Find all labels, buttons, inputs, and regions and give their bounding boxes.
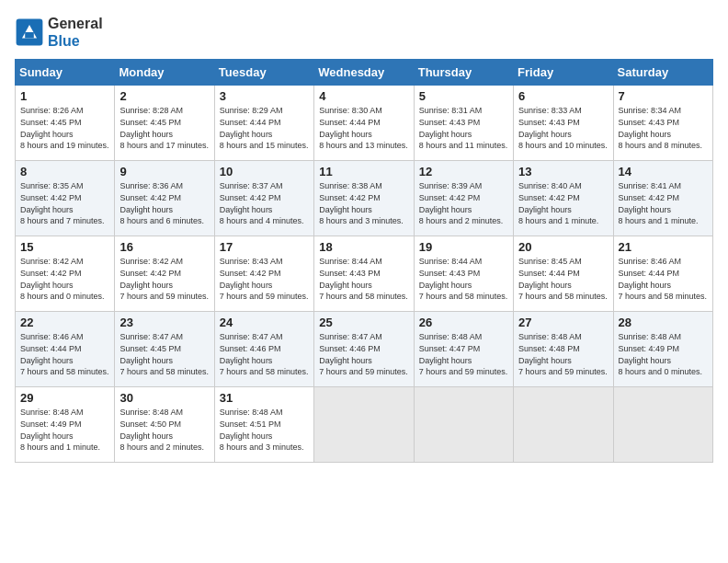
calendar-table: SundayMondayTuesdayWednesdayThursdayFrid… bbox=[15, 59, 713, 463]
calendar-cell: 27Sunrise: 8:48 AMSunset: 4:48 PMDayligh… bbox=[514, 312, 613, 387]
day-info: Sunrise: 8:38 AMSunset: 4:42 PMDaylight … bbox=[319, 180, 408, 226]
day-info: Sunrise: 8:37 AMSunset: 4:42 PMDaylight … bbox=[220, 180, 309, 226]
calendar-cell: 9Sunrise: 8:36 AMSunset: 4:42 PMDaylight… bbox=[115, 161, 214, 236]
day-info: Sunrise: 8:48 AMSunset: 4:48 PMDaylight … bbox=[518, 331, 608, 377]
day-number: 16 bbox=[119, 240, 209, 254]
calendar-cell: 5Sunrise: 8:31 AMSunset: 4:43 PMDaylight… bbox=[414, 86, 513, 161]
calendar-cell: 26Sunrise: 8:48 AMSunset: 4:47 PMDayligh… bbox=[414, 312, 513, 387]
calendar-cell: 13Sunrise: 8:40 AMSunset: 4:42 PMDayligh… bbox=[514, 161, 613, 236]
calendar-cell bbox=[314, 387, 414, 463]
weekday-header-cell: Friday bbox=[514, 60, 613, 86]
calendar-cell: 16Sunrise: 8:42 AMSunset: 4:42 PMDayligh… bbox=[115, 236, 214, 312]
calendar-cell: 18Sunrise: 8:44 AMSunset: 4:43 PMDayligh… bbox=[314, 236, 414, 312]
logo-text: General Blue bbox=[48, 15, 103, 50]
day-number: 14 bbox=[619, 165, 708, 178]
day-info: Sunrise: 8:44 AMSunset: 4:43 PMDaylight … bbox=[319, 256, 408, 302]
day-number: 25 bbox=[319, 316, 408, 329]
calendar-cell: 28Sunrise: 8:48 AMSunset: 4:49 PMDayligh… bbox=[613, 312, 712, 387]
day-info: Sunrise: 8:47 AMSunset: 4:46 PMDaylight … bbox=[319, 331, 408, 377]
weekday-header-cell: Sunday bbox=[16, 60, 115, 86]
day-number: 7 bbox=[619, 89, 708, 103]
calendar-cell: 8Sunrise: 8:35 AMSunset: 4:42 PMDaylight… bbox=[16, 161, 115, 236]
logo-icon bbox=[15, 17, 44, 47]
day-info: Sunrise: 8:48 AMSunset: 4:49 PMDaylight … bbox=[619, 331, 708, 377]
calendar-cell: 6Sunrise: 8:33 AMSunset: 4:43 PMDaylight… bbox=[514, 86, 613, 161]
day-number: 6 bbox=[518, 89, 608, 103]
calendar-cell: 24Sunrise: 8:47 AMSunset: 4:46 PMDayligh… bbox=[214, 312, 313, 387]
day-info: Sunrise: 8:29 AMSunset: 4:44 PMDaylight … bbox=[220, 105, 309, 151]
day-info: Sunrise: 8:44 AMSunset: 4:43 PMDaylight … bbox=[419, 256, 508, 302]
calendar-week-row: 1Sunrise: 8:26 AMSunset: 4:45 PMDaylight… bbox=[16, 86, 713, 161]
day-info: Sunrise: 8:31 AMSunset: 4:43 PMDaylight … bbox=[419, 105, 508, 151]
weekday-header-cell: Saturday bbox=[613, 60, 712, 86]
calendar-cell: 2Sunrise: 8:28 AMSunset: 4:45 PMDaylight… bbox=[115, 86, 214, 161]
day-number: 5 bbox=[419, 89, 508, 103]
logo: General Blue bbox=[15, 15, 103, 50]
day-number: 19 bbox=[419, 240, 508, 254]
calendar-cell: 17Sunrise: 8:43 AMSunset: 4:42 PMDayligh… bbox=[214, 236, 313, 312]
calendar-cell bbox=[613, 387, 712, 463]
calendar-cell: 7Sunrise: 8:34 AMSunset: 4:43 PMDaylight… bbox=[613, 86, 712, 161]
day-info: Sunrise: 8:46 AMSunset: 4:44 PMDaylight … bbox=[619, 256, 708, 302]
weekday-header-cell: Tuesday bbox=[214, 60, 313, 86]
weekday-header-row: SundayMondayTuesdayWednesdayThursdayFrid… bbox=[16, 60, 713, 86]
svg-rect-2 bbox=[25, 32, 34, 38]
day-info: Sunrise: 8:42 AMSunset: 4:42 PMDaylight … bbox=[119, 256, 209, 302]
calendar-page: General Blue SundayMondayTuesdayWednesda… bbox=[0, 0, 728, 563]
calendar-cell: 4Sunrise: 8:30 AMSunset: 4:44 PMDaylight… bbox=[314, 86, 414, 161]
calendar-cell: 19Sunrise: 8:44 AMSunset: 4:43 PMDayligh… bbox=[414, 236, 513, 312]
calendar-week-row: 22Sunrise: 8:46 AMSunset: 4:44 PMDayligh… bbox=[16, 312, 713, 387]
calendar-cell: 29Sunrise: 8:48 AMSunset: 4:49 PMDayligh… bbox=[16, 387, 115, 463]
calendar-cell: 20Sunrise: 8:45 AMSunset: 4:44 PMDayligh… bbox=[514, 236, 613, 312]
day-number: 23 bbox=[119, 316, 209, 329]
weekday-header-cell: Wednesday bbox=[314, 60, 414, 86]
day-info: Sunrise: 8:48 AMSunset: 4:51 PMDaylight … bbox=[220, 407, 309, 453]
calendar-cell: 10Sunrise: 8:37 AMSunset: 4:42 PMDayligh… bbox=[214, 161, 313, 236]
day-number: 21 bbox=[619, 240, 708, 254]
day-number: 20 bbox=[518, 240, 608, 254]
calendar-cell: 23Sunrise: 8:47 AMSunset: 4:45 PMDayligh… bbox=[115, 312, 214, 387]
calendar-week-row: 8Sunrise: 8:35 AMSunset: 4:42 PMDaylight… bbox=[16, 161, 713, 236]
calendar-cell: 3Sunrise: 8:29 AMSunset: 4:44 PMDaylight… bbox=[214, 86, 313, 161]
day-number: 10 bbox=[220, 165, 309, 178]
day-number: 1 bbox=[20, 89, 109, 103]
calendar-cell: 31Sunrise: 8:48 AMSunset: 4:51 PMDayligh… bbox=[214, 387, 313, 463]
day-info: Sunrise: 8:48 AMSunset: 4:49 PMDaylight … bbox=[20, 407, 109, 453]
day-info: Sunrise: 8:39 AMSunset: 4:42 PMDaylight … bbox=[419, 180, 508, 226]
weekday-header-cell: Thursday bbox=[414, 60, 513, 86]
calendar-cell: 14Sunrise: 8:41 AMSunset: 4:42 PMDayligh… bbox=[613, 161, 712, 236]
calendar-body: 1Sunrise: 8:26 AMSunset: 4:45 PMDaylight… bbox=[16, 86, 713, 463]
day-number: 8 bbox=[20, 165, 109, 178]
day-info: Sunrise: 8:34 AMSunset: 4:43 PMDaylight … bbox=[619, 105, 708, 151]
day-info: Sunrise: 8:28 AMSunset: 4:45 PMDaylight … bbox=[119, 105, 209, 151]
day-number: 13 bbox=[518, 165, 608, 178]
day-number: 22 bbox=[20, 316, 109, 329]
calendar-cell: 30Sunrise: 8:48 AMSunset: 4:50 PMDayligh… bbox=[115, 387, 214, 463]
day-number: 12 bbox=[419, 165, 508, 178]
day-number: 15 bbox=[20, 240, 109, 254]
calendar-week-row: 29Sunrise: 8:48 AMSunset: 4:49 PMDayligh… bbox=[16, 387, 713, 463]
calendar-cell: 12Sunrise: 8:39 AMSunset: 4:42 PMDayligh… bbox=[414, 161, 513, 236]
day-number: 30 bbox=[119, 391, 209, 405]
day-number: 9 bbox=[119, 165, 209, 178]
day-number: 18 bbox=[319, 240, 408, 254]
calendar-week-row: 15Sunrise: 8:42 AMSunset: 4:42 PMDayligh… bbox=[16, 236, 713, 312]
day-info: Sunrise: 8:30 AMSunset: 4:44 PMDaylight … bbox=[319, 105, 408, 151]
day-number: 2 bbox=[119, 89, 209, 103]
day-info: Sunrise: 8:33 AMSunset: 4:43 PMDaylight … bbox=[518, 105, 608, 151]
weekday-header-cell: Monday bbox=[115, 60, 214, 86]
header: General Blue bbox=[15, 15, 713, 50]
day-number: 3 bbox=[220, 89, 309, 103]
day-number: 26 bbox=[419, 316, 508, 329]
calendar-cell: 22Sunrise: 8:46 AMSunset: 4:44 PMDayligh… bbox=[16, 312, 115, 387]
calendar-cell bbox=[514, 387, 613, 463]
day-info: Sunrise: 8:36 AMSunset: 4:42 PMDaylight … bbox=[119, 180, 209, 226]
day-number: 29 bbox=[20, 391, 109, 405]
day-number: 24 bbox=[220, 316, 309, 329]
calendar-cell: 1Sunrise: 8:26 AMSunset: 4:45 PMDaylight… bbox=[16, 86, 115, 161]
day-info: Sunrise: 8:42 AMSunset: 4:42 PMDaylight … bbox=[20, 256, 109, 302]
day-info: Sunrise: 8:48 AMSunset: 4:50 PMDaylight … bbox=[119, 407, 209, 453]
day-number: 31 bbox=[220, 391, 309, 405]
day-info: Sunrise: 8:43 AMSunset: 4:42 PMDaylight … bbox=[220, 256, 309, 302]
day-number: 28 bbox=[619, 316, 708, 329]
